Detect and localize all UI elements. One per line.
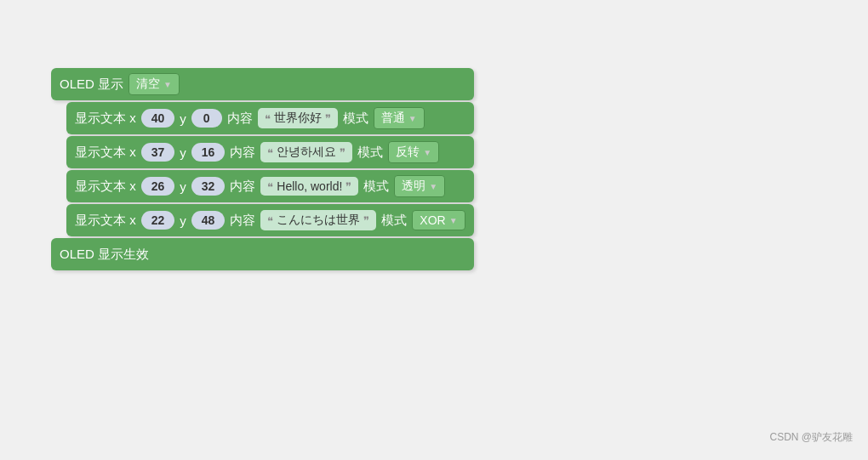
blocks-container: OLED 显示清空▼显示文本 x40y0内容❝世界你好❞模式普通▼显示文本 x3… [51,68,474,270]
block-label-2-0: 显示文本 x [75,145,136,161]
num-input-1-1[interactable]: 40 [141,109,175,128]
block-label-2-2: y [180,145,186,160]
block-label-1-6: 模式 [343,111,368,127]
block-row-oled-clear: OLED 显示清空▼ [51,68,474,100]
block-label-3-4: 内容 [230,179,255,195]
block-label-2-6: 模式 [357,145,383,161]
block-label-3-2: y [180,179,186,194]
block-label-4-6: 模式 [381,213,407,229]
num-input-4-1[interactable]: 22 [141,211,175,230]
block-label-3-6: 模式 [363,179,389,195]
block-label-4-2: y [180,213,186,228]
dropdown-label: 透明 [402,179,425,194]
dropdown-4-7[interactable]: XOR▼ [412,210,465,230]
open-quote-icon: ❝ [267,146,273,159]
num-input-2-3[interactable]: 16 [191,143,226,162]
block-row-oled-show: OLED 显示生效 [51,238,474,270]
open-quote-icon: ❝ [267,214,273,227]
block-row-display-text-2: 显示文本 x37y16内容❝안녕하세요❞模式反转▼ [66,136,474,168]
block-row-display-text-3: 显示文本 x26y32内容❝Hello, world!❞模式透明▼ [66,170,474,202]
string-value: 안녕하세요 [277,145,336,160]
block-label-2-4: 内容 [230,145,255,161]
block-label-0-0: OLED 显示 [60,77,123,93]
dropdown-label: XOR [420,213,445,227]
chevron-down-icon: ▼ [408,114,417,123]
block-label-4-0: 显示文本 x [75,213,136,229]
num-input-3-3[interactable]: 32 [191,177,226,196]
block-label-1-2: y [180,111,186,126]
dropdown-1-7[interactable]: 普通▼ [374,107,425,129]
dropdown-3-7[interactable]: 透明▼ [394,175,445,197]
block-label-4-4: 内容 [230,213,255,229]
block-label-5-0: OLED 显示生效 [60,247,149,263]
block-label-3-0: 显示文本 x [75,179,136,195]
dropdown-2-7[interactable]: 反转▼ [388,141,439,163]
open-quote-icon: ❝ [267,180,273,193]
num-input-1-3[interactable]: 0 [191,109,222,128]
dropdown-0-1[interactable]: 清空▼ [128,73,180,95]
close-quote-icon: ❞ [325,112,331,125]
string-input-2-5[interactable]: ❝안녕하세요❞ [260,142,352,162]
block-row-display-text-1: 显示文本 x40y0内容❝世界你好❞模式普通▼ [66,102,474,134]
string-input-3-5[interactable]: ❝Hello, world!❞ [260,177,358,196]
close-quote-icon: ❞ [345,180,351,193]
chevron-down-icon: ▼ [423,148,431,157]
close-quote-icon: ❞ [363,214,369,227]
block-row-display-text-4: 显示文本 x22y48内容❝こんにちは世界❞模式XOR▼ [66,204,474,236]
chevron-down-icon: ▼ [429,182,437,191]
block-label-1-4: 内容 [227,111,253,127]
num-input-2-1[interactable]: 37 [141,143,175,162]
open-quote-icon: ❝ [265,112,271,125]
block-label-1-0: 显示文本 x [75,111,136,127]
chevron-down-icon: ▼ [163,80,172,89]
num-input-3-1[interactable]: 26 [141,177,175,196]
string-input-1-5[interactable]: ❝世界你好❞ [258,108,338,128]
close-quote-icon: ❞ [340,146,345,159]
chevron-down-icon: ▼ [449,216,458,225]
dropdown-label: 普通 [381,111,405,126]
dropdown-label: 清空 [136,77,160,92]
dropdown-label: 反转 [396,145,420,160]
string-input-4-5[interactable]: ❝こんにちは世界❞ [260,210,376,230]
string-value: Hello, world! [277,179,342,193]
string-value: こんにちは世界 [277,213,360,228]
watermark: CSDN @驴友花雕 [769,430,853,445]
string-value: 世界你好 [274,111,322,126]
num-input-4-3[interactable]: 48 [191,211,226,230]
